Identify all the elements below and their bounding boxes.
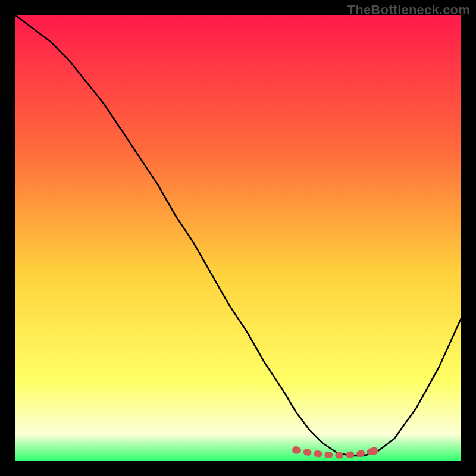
chart-svg	[15, 15, 461, 461]
watermark-text: TheBottleneck.com	[347, 2, 470, 18]
optimal-range-endpoint	[292, 446, 300, 454]
gradient-background	[15, 15, 461, 461]
plot-area	[15, 15, 461, 461]
chart-container: TheBottleneck.com	[0, 0, 476, 476]
optimal-range-endpoint	[370, 447, 378, 455]
